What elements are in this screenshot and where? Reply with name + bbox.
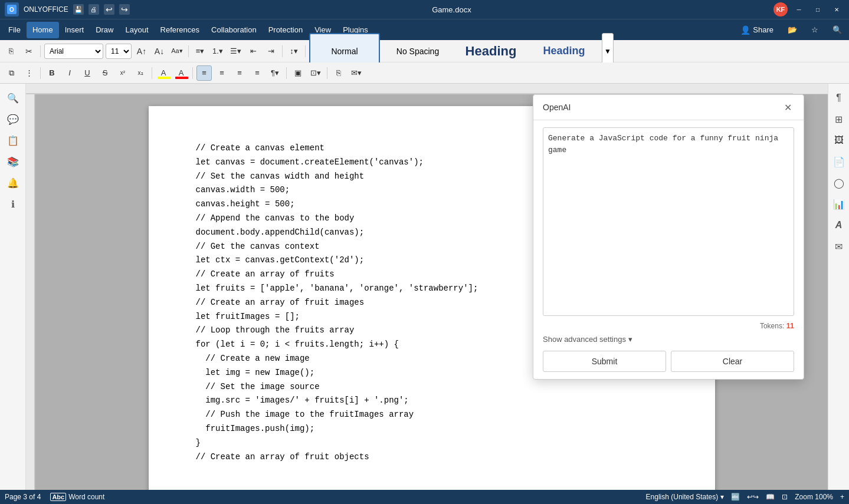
separator3 bbox=[282, 45, 283, 57]
openai-advanced-settings-button[interactable]: Show advanced settings ▾ bbox=[543, 335, 794, 344]
undo-icon[interactable]: ↩ bbox=[104, 4, 114, 15]
highlight-color-button[interactable]: A bbox=[156, 65, 171, 81]
page-info[interactable]: Page 3 of 4 bbox=[5, 493, 41, 501]
sidebar-navigation[interactable]: 📚 bbox=[4, 152, 22, 171]
sidebar-search[interactable]: 🔍 bbox=[4, 88, 22, 107]
sidebar-clipboard[interactable]: 📋 bbox=[4, 131, 22, 150]
separator bbox=[40, 45, 41, 57]
plus-icon: + bbox=[840, 493, 844, 501]
subscript-button[interactable]: x₂ bbox=[133, 65, 148, 81]
line-18: // Set the image source bbox=[196, 380, 668, 394]
save-icon[interactable]: 💾 bbox=[73, 4, 84, 15]
menu-file[interactable]: File bbox=[2, 22, 27, 38]
menu-references[interactable]: References bbox=[155, 22, 205, 38]
highlight-icon: A bbox=[161, 68, 166, 77]
menu-collaboration[interactable]: Collaboration bbox=[205, 22, 263, 38]
menu-layout[interactable]: Layout bbox=[120, 22, 155, 38]
right-sidebar-shape[interactable]: ◯ bbox=[830, 173, 848, 192]
page-info-text: Page 3 of 4 bbox=[5, 493, 41, 501]
right-sidebar-image[interactable]: 🖼 bbox=[830, 131, 848, 150]
right-sidebar-paragraph[interactable]: ¶ bbox=[830, 88, 848, 107]
openai-submit-button[interactable]: Submit bbox=[543, 351, 666, 372]
left-sidebar: 🔍 💬 📋 📚 🔔 ℹ bbox=[0, 84, 26, 490]
maximize-button[interactable]: □ bbox=[810, 4, 825, 15]
font-family-select[interactable]: Arial bbox=[44, 44, 103, 59]
italic-button[interactable]: I bbox=[62, 65, 77, 81]
copy-button[interactable]: ⧉ bbox=[4, 65, 19, 81]
style-normal-label: Normal bbox=[331, 47, 358, 56]
titlebar-controls: KF ─ □ ✕ bbox=[773, 2, 844, 17]
toolbar-row1: ⎘ ✂ Arial 11 A↑ A↓ Aa▾ ≡▾ 1.▾ ☰▾ ⇤ ⇥ ↕▾ … bbox=[0, 40, 849, 62]
paste-button[interactable]: ⎘ bbox=[4, 44, 19, 59]
increase-indent-button[interactable]: ⇥ bbox=[263, 44, 278, 59]
print-icon[interactable]: 🖨 bbox=[88, 4, 99, 15]
redo-icon[interactable]: ↪ bbox=[119, 4, 130, 15]
close-button[interactable]: ✕ bbox=[829, 4, 844, 15]
bold-button[interactable]: B bbox=[44, 65, 60, 81]
right-sidebar-table[interactable]: ⊞ bbox=[830, 110, 848, 129]
document-scroll[interactable]: // Create a canvas element let canvas = … bbox=[35, 94, 828, 490]
menu-home[interactable]: Home bbox=[27, 22, 59, 38]
user-avatar[interactable]: KF bbox=[773, 2, 788, 17]
ruler-vertical bbox=[26, 94, 35, 490]
strikethrough-button[interactable]: S bbox=[97, 65, 113, 81]
change-case-button[interactable]: Aa▾ bbox=[169, 44, 185, 59]
align-right-button[interactable]: ≡ bbox=[232, 65, 247, 81]
view-mode-button[interactable]: 📖 bbox=[766, 493, 775, 501]
menu-protection[interactable]: Protection bbox=[263, 22, 309, 38]
openai-close-button[interactable]: ✕ bbox=[781, 101, 794, 114]
align-left-button[interactable]: ≡ bbox=[196, 65, 212, 81]
decrease-indent-button[interactable]: ⇤ bbox=[245, 44, 261, 59]
zoom-in-button[interactable]: + bbox=[840, 493, 844, 501]
tokens-label: Tokens: bbox=[760, 322, 784, 330]
sidebar-info[interactable]: ℹ bbox=[4, 195, 22, 213]
word-count-button[interactable]: Abc Word count bbox=[50, 493, 104, 501]
numbering-button[interactable]: 1.▾ bbox=[210, 44, 225, 59]
multilevel-button[interactable]: ☰▾ bbox=[228, 44, 243, 59]
shading-button[interactable]: ▣ bbox=[290, 65, 306, 81]
right-sidebar-chart[interactable]: 📊 bbox=[830, 195, 848, 213]
justify-button[interactable]: ≡ bbox=[250, 65, 265, 81]
paragraph-dir-button[interactable]: ¶▾ bbox=[267, 65, 283, 81]
zoom-label: Zoom 100% bbox=[795, 493, 833, 501]
font-size-select[interactable]: 11 bbox=[106, 44, 132, 59]
minimize-button[interactable]: ─ bbox=[791, 4, 807, 15]
spell-check-button[interactable]: 🔤 bbox=[731, 493, 740, 501]
zoom-text: Zoom 100% bbox=[795, 493, 833, 501]
underline-button[interactable]: U bbox=[80, 65, 95, 81]
track-changes-button[interactable]: ↩↪ bbox=[747, 493, 759, 501]
word-count-icon: Abc bbox=[50, 493, 66, 501]
cut-button[interactable]: ✂ bbox=[21, 44, 37, 59]
right-sidebar-page[interactable]: 📄 bbox=[830, 152, 848, 171]
right-sidebar-mail[interactable]: ✉ bbox=[830, 237, 848, 256]
font-color-icon: A bbox=[179, 68, 184, 77]
openai-title: OpenAI bbox=[543, 103, 571, 112]
right-sidebar-text-art[interactable]: A bbox=[830, 216, 848, 235]
font-size-increase-button[interactable]: A↑ bbox=[134, 44, 149, 59]
sidebar-comments[interactable]: 💬 bbox=[4, 110, 22, 129]
language-dropdown-icon: ▾ bbox=[720, 493, 724, 501]
superscript-button[interactable]: x² bbox=[115, 65, 130, 81]
openai-clear-button[interactable]: Clear bbox=[671, 351, 794, 372]
line-23: // Create an array of fruit objects bbox=[196, 450, 668, 465]
mail-merge-button[interactable]: ✉▾ bbox=[349, 65, 364, 81]
right-sidebar: ¶ ⊞ 🖼 📄 ◯ 📊 A ✉ bbox=[828, 84, 849, 490]
font-color-button[interactable]: A bbox=[173, 65, 189, 81]
copy-formatting-button[interactable]: ⎘ bbox=[331, 65, 346, 81]
line-21: fruitImages.push(img); bbox=[196, 422, 668, 436]
align-center-button[interactable]: ≡ bbox=[214, 65, 230, 81]
style-heading2-label: Heading bbox=[543, 45, 585, 57]
statusbar: Page 3 of 4 Abc Word count English (Unit… bbox=[0, 490, 849, 504]
sep8 bbox=[286, 67, 287, 79]
bullets-button[interactable]: ≡▾ bbox=[192, 44, 208, 59]
copy-style-button[interactable]: ⋮ bbox=[21, 65, 37, 81]
borders-button[interactable]: ⊡▾ bbox=[308, 65, 323, 81]
line-spacing-button[interactable]: ↕▾ bbox=[286, 44, 301, 59]
menu-insert[interactable]: Insert bbox=[59, 22, 90, 38]
sidebar-notifications[interactable]: 🔔 bbox=[4, 173, 22, 192]
language-selector[interactable]: English (United States) ▾ bbox=[646, 493, 725, 501]
font-size-decrease-button[interactable]: A↓ bbox=[152, 44, 167, 59]
menu-draw[interactable]: Draw bbox=[90, 22, 119, 38]
fit-page-button[interactable]: ⊡ bbox=[782, 493, 788, 501]
openai-prompt-input[interactable]: Generate a JavaScript code for a funny f… bbox=[543, 127, 794, 316]
